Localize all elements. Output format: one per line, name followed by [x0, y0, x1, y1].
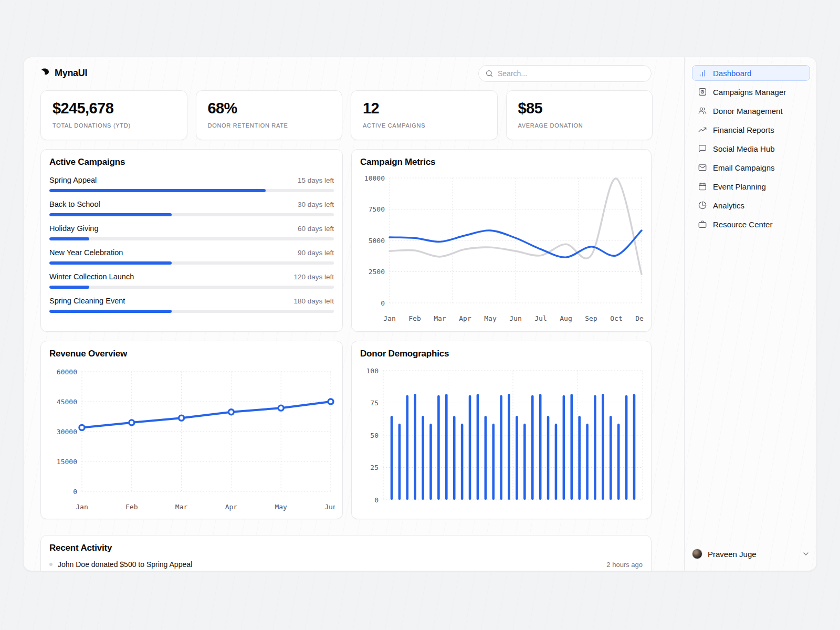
progress-fill: [49, 310, 172, 313]
stat-value: 68%: [208, 100, 331, 117]
progress-track: [49, 286, 334, 289]
sidebar-item-donor-management[interactable]: Donor Management: [692, 103, 810, 119]
sidebar-item-email-campaigns[interactable]: Email Campaigns: [692, 160, 810, 175]
svg-text:75: 75: [370, 399, 379, 407]
svg-text:Aug: Aug: [560, 314, 572, 322]
stat-value: 12: [363, 100, 486, 117]
svg-text:0: 0: [374, 496, 379, 504]
svg-text:May: May: [484, 314, 497, 322]
campaign-row: Back to School30 days left: [49, 200, 334, 216]
sidebar-item-label: Financial Reports: [713, 125, 774, 134]
campaign-row-head: New Year Celebration90 days left: [49, 248, 334, 257]
panel-title: Recent Activity: [49, 543, 643, 553]
campaign-row: Holiday Giving60 days left: [49, 224, 334, 240]
chevron-down-icon[interactable]: [802, 550, 810, 558]
circle-dot-square-icon: [698, 87, 707, 97]
stat-label: AVERAGE DONATION: [518, 122, 641, 129]
sidebar-item-campaigns-manager[interactable]: Campaigns Manager: [692, 84, 810, 100]
revenue-overview-panel: Revenue Overview 015000300004500060000Ja…: [40, 341, 343, 519]
stat-card: $85AVERAGE DONATION: [506, 90, 653, 140]
stat-card: $245,678TOTAL DONATIONS (YTD): [40, 90, 187, 140]
sidebar-item-label: Social Media Hub: [713, 144, 775, 153]
campaign-row: Winter Collection Launch120 days left: [49, 272, 334, 289]
search-input[interactable]: [478, 65, 652, 82]
revenue-overview-chart: 015000300004500060000JanFebMarAprMayJun: [49, 362, 334, 516]
svg-text:7500: 7500: [369, 205, 385, 213]
campaign-name: Holiday Giving: [49, 224, 99, 233]
campaign-days-left: 60 days left: [298, 225, 334, 233]
sidebar-item-label: Campaigns Manager: [713, 88, 786, 97]
sidebar-item-analytics[interactable]: Analytics: [692, 197, 810, 213]
campaign-row-head: Spring Appeal15 days left: [49, 176, 334, 184]
campaign-progress-list: Spring Appeal15 days leftBack to School3…: [49, 176, 334, 313]
progress-fill: [49, 213, 172, 216]
svg-text:15000: 15000: [57, 458, 77, 466]
user-menu[interactable]: Praveen Juge: [692, 549, 810, 559]
sidebar-item-dashboard[interactable]: Dashboard: [692, 65, 810, 81]
stat-card: 68%DONOR RETENTION RATE: [196, 90, 343, 140]
trending-up-icon: [698, 125, 707, 134]
donor-demographics-panel: Donor Demographics 0255075100: [351, 341, 652, 519]
progress-fill: [49, 286, 89, 289]
revenue-overview-svg: 015000300004500060000JanFebMarAprMayJun: [49, 362, 335, 513]
sidebar-item-label: Donor Management: [713, 107, 783, 116]
svg-text:5000: 5000: [369, 237, 385, 245]
campaign-name: Spring Appeal: [49, 176, 97, 184]
campaign-row-head: Spring Cleaning Event180 days left: [49, 297, 334, 305]
mail-icon: [698, 163, 707, 172]
panel-title: Donor Demographics: [360, 349, 643, 359]
campaign-metrics-svg: 025005000750010000JanFebMarAprMayJunJulA…: [360, 171, 644, 325]
stat-card: 12ACTIVE CAMPAIGNS: [351, 90, 498, 140]
svg-text:Feb: Feb: [408, 314, 421, 322]
campaign-row-head: Back to School30 days left: [49, 200, 334, 208]
sidebar-item-financial-reports[interactable]: Financial Reports: [692, 122, 810, 138]
campaign-row-head: Winter Collection Launch120 days left: [49, 272, 334, 281]
sidebar-item-resource-center[interactable]: Resource Center: [692, 216, 810, 232]
svg-text:Jun: Jun: [509, 314, 521, 322]
svg-text:May: May: [275, 503, 287, 511]
campaign-name: Spring Cleaning Event: [49, 297, 125, 305]
svg-text:25: 25: [370, 464, 379, 471]
campaign-row: New Year Celebration90 days left: [49, 248, 334, 265]
svg-text:2500: 2500: [369, 268, 385, 276]
campaign-days-left: 90 days left: [298, 249, 334, 257]
sidebar-item-social-media-hub[interactable]: Social Media Hub: [692, 141, 810, 156]
svg-text:30000: 30000: [57, 428, 77, 436]
svg-text:Jul: Jul: [534, 314, 547, 322]
sidebar-nav: DashboardCampaigns ManagerDonor Manageme…: [692, 65, 810, 232]
campaign-row: Spring Cleaning Event180 days left: [49, 297, 334, 313]
main-area: MynaUI $245,678TOTAL DONATIONS (YTD)68%D…: [24, 57, 684, 571]
pie-chart-icon: [698, 201, 707, 210]
campaign-days-left: 120 days left: [293, 273, 334, 281]
user-name: Praveen Juge: [708, 550, 757, 559]
recent-activity-panel: Recent Activity John Doe donated $500 to…: [40, 535, 652, 571]
campaign-days-left: 15 days left: [298, 176, 334, 184]
svg-text:Sep: Sep: [585, 314, 597, 322]
svg-text:Mar: Mar: [434, 314, 446, 322]
active-campaigns-panel: Active Campaigns Spring Appeal15 days le…: [40, 149, 343, 332]
sidebar-item-label: Resource Center: [713, 220, 772, 229]
app-window: MynaUI $245,678TOTAL DONATIONS (YTD)68%D…: [23, 57, 817, 571]
stat-value: $85: [518, 100, 641, 117]
progress-fill: [49, 237, 89, 240]
svg-text:Apr: Apr: [459, 314, 471, 322]
svg-text:100: 100: [366, 367, 379, 375]
sidebar-item-label: Dashboard: [713, 69, 751, 78]
svg-text:0: 0: [381, 299, 385, 307]
sidebar-item-event-planning[interactable]: Event Planning: [692, 178, 810, 194]
brand-name: MynaUI: [55, 68, 87, 79]
donor-demographics-chart: 0255075100: [360, 362, 643, 516]
svg-text:60000: 60000: [57, 368, 77, 376]
progress-track: [49, 237, 334, 240]
svg-text:10000: 10000: [364, 174, 385, 182]
donor-demographics-svg: 0255075100: [360, 362, 644, 513]
campaign-row-head: Holiday Giving60 days left: [49, 224, 334, 233]
progress-fill: [49, 261, 172, 265]
stat-cards-row: $245,678TOTAL DONATIONS (YTD)68%DONOR RE…: [40, 90, 653, 140]
svg-text:Jun: Jun: [324, 503, 335, 511]
panel-title: Campaign Metrics: [360, 157, 643, 167]
brand-logo: MynaUI: [38, 67, 87, 79]
stat-label: DONOR RETENTION RATE: [208, 122, 331, 129]
campaign-row: Spring Appeal15 days left: [49, 176, 334, 192]
search-icon: [485, 69, 494, 78]
